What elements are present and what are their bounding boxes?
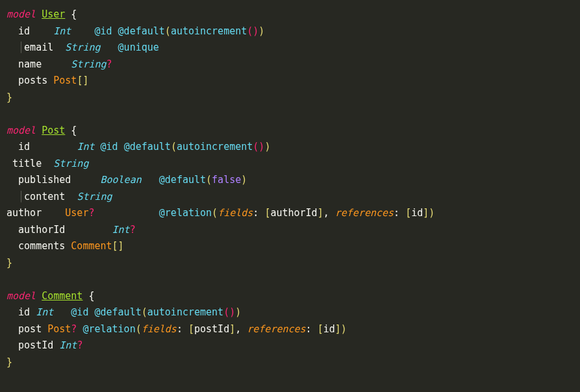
code-editor[interactable]: model User { id Int @id @default(autoinc… [6,6,574,371]
